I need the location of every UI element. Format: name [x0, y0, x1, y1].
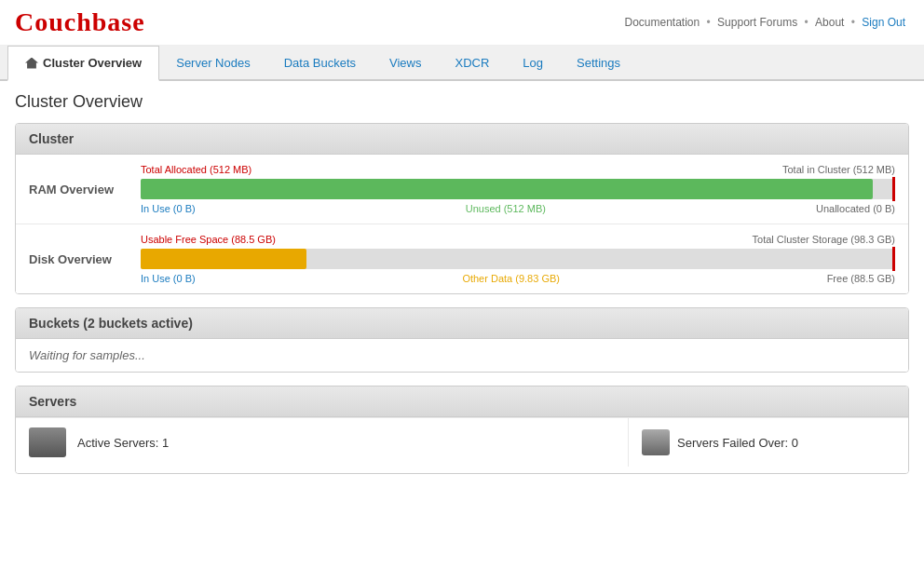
- nav-xdcr-label: XDCR: [455, 56, 489, 70]
- ram-total-cluster: Total in Cluster (512 MB): [782, 164, 895, 175]
- nav-log[interactable]: Log: [506, 46, 560, 81]
- cluster-section: Cluster RAM Overview Total Allocated (51…: [15, 123, 909, 294]
- ram-overview-content: Total Allocated (512 MB) Total in Cluste…: [141, 164, 895, 214]
- nav-data-buckets[interactable]: Data Buckets: [267, 46, 373, 81]
- buckets-section: Buckets (2 buckets active) Waiting for s…: [15, 307, 909, 373]
- sep3: •: [851, 16, 855, 29]
- servers-section-header: Servers: [16, 386, 908, 417]
- header-links: Documentation • Support Forums • About •…: [621, 16, 910, 29]
- disk-free: Free (88.5 GB): [827, 273, 895, 284]
- ram-bar-labels-top: Total Allocated (512 MB) Total in Cluste…: [141, 164, 895, 175]
- failed-over-label: Servers Failed Over: 0: [677, 436, 798, 450]
- buckets-body: Waiting for samples...: [16, 339, 908, 372]
- page-content: Cluster Overview Cluster RAM Overview To…: [0, 81, 924, 498]
- nav-cluster-overview-label: Cluster Overview: [43, 56, 142, 70]
- nav-settings[interactable]: Settings: [560, 46, 637, 81]
- ram-total-allocated: Total Allocated (512 MB): [141, 164, 251, 175]
- buckets-section-header: Buckets (2 buckets active): [16, 308, 908, 339]
- nav-views-label: Views: [389, 56, 421, 70]
- documentation-link[interactable]: Documentation: [625, 16, 700, 29]
- logo: Couchbase: [15, 7, 145, 37]
- ram-unallocated: Unallocated (0 B): [816, 203, 895, 214]
- disk-overview-row: Disk Overview Usable Free Space (88.5 GB…: [16, 224, 908, 293]
- disk-overview-content: Usable Free Space (88.5 GB) Total Cluste…: [141, 234, 895, 284]
- nav-views[interactable]: Views: [373, 46, 438, 81]
- servers-row: Active Servers: 1 Servers Failed Over: 0: [16, 417, 908, 467]
- ram-overview-row: RAM Overview Total Allocated (512 MB) To…: [16, 155, 908, 224]
- disk-bar-marker: [892, 247, 895, 271]
- nav-cluster-overview[interactable]: Cluster Overview: [7, 46, 159, 81]
- header: Couchbase Documentation • Support Forums…: [0, 0, 924, 46]
- server-icon2: [642, 429, 670, 455]
- disk-bar-container: [141, 249, 895, 269]
- nav-server-nodes-label: Server Nodes: [176, 56, 250, 70]
- about-link[interactable]: About: [815, 16, 844, 29]
- servers-body: Active Servers: 1 Servers Failed Over: 0: [16, 417, 908, 473]
- nav-log-label: Log: [523, 56, 543, 70]
- disk-other-data: Other Data (9.83 GB): [462, 273, 560, 284]
- nav-server-nodes[interactable]: Server Nodes: [159, 46, 266, 81]
- ram-unused: Unused (512 MB): [466, 203, 546, 214]
- disk-usable-free: Usable Free Space (88.5 GB): [141, 234, 276, 245]
- sep1: •: [707, 16, 711, 29]
- waiting-text: Waiting for samples...: [29, 348, 145, 362]
- nav-data-buckets-label: Data Buckets: [284, 56, 356, 70]
- ram-in-use: In Use (0 B): [141, 203, 196, 214]
- ram-bar-fill: [141, 179, 873, 199]
- nav-bar: Cluster Overview Server Nodes Data Bucke…: [0, 46, 924, 81]
- nav-xdcr[interactable]: XDCR: [438, 46, 506, 81]
- sep2: •: [805, 16, 808, 29]
- disk-overview-label: Disk Overview: [29, 252, 141, 266]
- disk-total-cluster: Total Cluster Storage (98.3 GB): [753, 234, 895, 245]
- server-icon: [29, 427, 66, 457]
- disk-bar-labels-top: Usable Free Space (88.5 GB) Total Cluste…: [141, 234, 895, 245]
- support-forums-link[interactable]: Support Forums: [717, 16, 797, 29]
- cluster-section-header: Cluster: [16, 124, 908, 155]
- servers-section: Servers Active Servers: 1 Servers Failed…: [15, 386, 909, 474]
- nav-settings-label: Settings: [577, 56, 620, 70]
- ram-bar-container: [141, 179, 895, 199]
- ram-bar-labels-bottom: In Use (0 B) Unused (512 MB) Unallocated…: [141, 203, 895, 214]
- servers-right: Servers Failed Over: 0: [629, 418, 908, 467]
- sign-out-link[interactable]: Sign Out: [862, 16, 905, 29]
- home-icon: [25, 58, 38, 69]
- disk-in-use: In Use (0 B): [141, 273, 196, 284]
- servers-left: Active Servers: 1: [16, 418, 629, 467]
- page-title: Cluster Overview: [15, 92, 909, 112]
- active-servers-label: Active Servers: 1: [77, 436, 169, 450]
- disk-bar-fill: [141, 249, 306, 269]
- ram-overview-label: RAM Overview: [29, 183, 141, 197]
- ram-bar-marker: [892, 177, 895, 201]
- cluster-section-body: RAM Overview Total Allocated (512 MB) To…: [16, 155, 908, 293]
- disk-bar-labels-bottom: In Use (0 B) Other Data (9.83 GB) Free (…: [141, 273, 895, 284]
